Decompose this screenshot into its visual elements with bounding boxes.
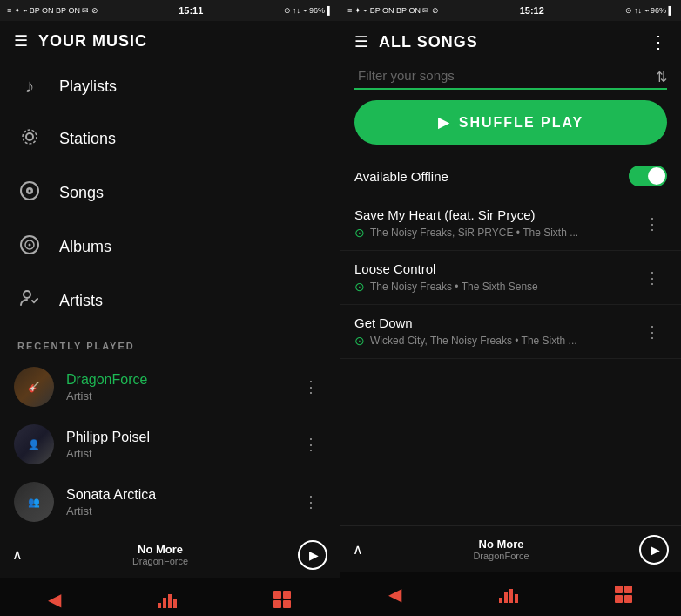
right-player-play[interactable]: ▶ bbox=[639, 535, 669, 565]
shuffle-play-button[interactable]: ▶ SHUFFLE PLAY bbox=[354, 100, 667, 145]
right-panel-title: ALL SONGS bbox=[379, 33, 478, 51]
recent-item-philipp[interactable]: 👤 Philipp Poisel Artist ⋮ bbox=[0, 416, 340, 473]
right-more-icon[interactable]: ⋮ bbox=[650, 31, 667, 52]
philipp-name: Philipp Poisel bbox=[66, 430, 284, 445]
sonata-name: Sonata Arctica bbox=[66, 487, 284, 503]
left-player-info: No More DragonForce bbox=[31, 543, 289, 566]
song-1-meta: ⊙ The Noisy Freaks • The Sixth Sense bbox=[354, 280, 637, 294]
song-2-title: Get Down bbox=[354, 315, 637, 330]
playlists-label: Playlists bbox=[59, 78, 117, 96]
wifi-icon: ⊙ ↑↓ ⌁ 96% ▌ bbox=[284, 6, 333, 15]
songs-icon bbox=[17, 180, 42, 206]
song-item-3[interactable]: Stellar ⊙ Aerion • xKito: Future Bass, V… bbox=[340, 359, 681, 362]
stations-label: Stations bbox=[59, 130, 116, 148]
left-bottom-nav: ◀ bbox=[0, 578, 340, 616]
left-bars-icon[interactable] bbox=[156, 591, 177, 608]
svg-rect-17 bbox=[499, 598, 502, 603]
song-2-meta: ⊙ Wicked City, The Noisy Freaks • The Si… bbox=[354, 334, 637, 348]
song-0-more[interactable]: ⋮ bbox=[637, 211, 667, 237]
search-bar: ⇅ bbox=[354, 63, 667, 90]
song-1-info: Loose Control ⊙ The Noisy Freaks • The S… bbox=[354, 261, 637, 294]
nav-item-stations[interactable]: Stations bbox=[0, 112, 340, 166]
song-1-more[interactable]: ⋮ bbox=[637, 265, 667, 291]
menu-icon[interactable]: ☰ bbox=[14, 31, 28, 51]
right-status-icons: ≡ ✦ ⌁ BP ON BP ON ✉ ⊘ bbox=[347, 6, 439, 15]
left-play-icon: ▶ bbox=[309, 548, 319, 562]
right-grid-icon[interactable] bbox=[614, 585, 633, 604]
svg-point-1 bbox=[23, 130, 37, 144]
svg-rect-23 bbox=[615, 595, 623, 603]
left-status-right: ⊙ ↑↓ ⌁ 96% ▌ bbox=[284, 6, 333, 15]
status-icons-left: ≡ ✦ ⌁ BP ON BP ON ✉ ⊘ bbox=[7, 6, 98, 15]
svg-rect-24 bbox=[624, 595, 632, 603]
svg-rect-22 bbox=[624, 586, 632, 593]
dragonforce-more[interactable]: ⋮ bbox=[296, 374, 326, 400]
recent-item-sonata[interactable]: 👥 Sonata Arctica Artist ⋮ bbox=[0, 473, 340, 531]
left-bottom-player: ∧ No More DragonForce ▶ bbox=[0, 531, 340, 578]
right-bottom-player: ∧ No More DragonForce ▶ bbox=[340, 525, 681, 572]
svg-rect-18 bbox=[504, 592, 508, 603]
albums-label: Albums bbox=[59, 238, 111, 256]
svg-point-0 bbox=[26, 133, 33, 140]
svg-point-7 bbox=[29, 244, 31, 247]
nav-item-albums[interactable]: Albums bbox=[0, 220, 340, 274]
left-panel: ≡ ✦ ⌁ BP ON BP ON ✉ ⊘ 15:11 ⊙ ↑↓ ⌁ 96% ▌… bbox=[0, 0, 340, 616]
right-status-icons-left: ≡ ✦ ⌁ BP ON BP ON ✉ ⊘ bbox=[347, 6, 439, 15]
svg-rect-12 bbox=[173, 599, 177, 608]
right-menu-icon[interactable]: ☰ bbox=[354, 32, 368, 51]
right-player-artist: DragonForce bbox=[372, 551, 630, 561]
recent-item-dragonforce[interactable]: 🎸 DragonForce Artist ⋮ bbox=[0, 358, 340, 416]
sonata-more[interactable]: ⋮ bbox=[296, 489, 326, 515]
song-1-title: Loose Control bbox=[354, 261, 637, 276]
svg-rect-19 bbox=[509, 589, 513, 603]
nav-item-songs[interactable]: Songs bbox=[0, 166, 340, 220]
left-player-chevron[interactable]: ∧ bbox=[12, 546, 23, 563]
search-input[interactable] bbox=[354, 63, 667, 90]
svg-rect-11 bbox=[168, 594, 172, 608]
right-status-right: ⊙ ↑↓ ⌁ 96% ▌ bbox=[625, 6, 674, 15]
philipp-thumb: 👤 bbox=[14, 424, 54, 464]
shuffle-play-label: SHUFFLE PLAY bbox=[459, 115, 583, 131]
filter-icon[interactable]: ⇅ bbox=[656, 68, 667, 85]
playlists-icon: ♪ bbox=[17, 75, 42, 98]
right-header: ☰ ALL SONGS ⋮ bbox=[340, 21, 681, 63]
download-icon-1: ⊙ bbox=[354, 280, 365, 294]
svg-rect-10 bbox=[163, 598, 166, 608]
offline-toggle[interactable] bbox=[629, 166, 667, 186]
right-player-song: No More bbox=[372, 538, 630, 551]
right-panel: ≡ ✦ ⌁ BP ON BP ON ✉ ⊘ 15:12 ⊙ ↑↓ ⌁ 96% ▌… bbox=[340, 0, 681, 616]
song-item-0[interactable]: Save My Heart (feat. Sir Pryce) ⊙ The No… bbox=[340, 197, 681, 251]
right-back-icon[interactable]: ◀ bbox=[388, 584, 401, 605]
left-panel-title: YOUR MUSIC bbox=[38, 32, 147, 51]
left-header: ☰ YOUR MUSIC bbox=[0, 21, 340, 61]
dragonforce-thumb: 🎸 bbox=[14, 367, 54, 407]
right-bars-icon[interactable] bbox=[497, 586, 518, 603]
song-item-2[interactable]: Get Down ⊙ Wicked City, The Noisy Freaks… bbox=[340, 305, 681, 359]
offline-row: Available Offline bbox=[340, 157, 681, 197]
svg-rect-13 bbox=[273, 591, 281, 599]
recently-played-label: RECENTLY PLAYED bbox=[0, 328, 340, 358]
philipp-more[interactable]: ⋮ bbox=[296, 431, 326, 457]
song-list: Save My Heart (feat. Sir Pryce) ⊙ The No… bbox=[340, 197, 681, 362]
download-icon-2: ⊙ bbox=[354, 334, 365, 348]
left-grid-icon[interactable] bbox=[273, 590, 292, 609]
left-back-icon[interactable]: ◀ bbox=[48, 589, 61, 610]
left-status-icons: ≡ ✦ ⌁ BP ON BP ON ✉ ⊘ bbox=[7, 6, 98, 15]
left-status-bar: ≡ ✦ ⌁ BP ON BP ON ✉ ⊘ 15:11 ⊙ ↑↓ ⌁ 96% ▌ bbox=[0, 0, 340, 21]
dragonforce-type: Artist bbox=[66, 389, 284, 403]
song-2-details: Wicked City, The Noisy Freaks • The Sixt… bbox=[370, 335, 577, 347]
left-player-play[interactable]: ▶ bbox=[298, 540, 327, 570]
song-item-1[interactable]: Loose Control ⊙ The Noisy Freaks • The S… bbox=[340, 251, 681, 305]
sonata-type: Artist bbox=[66, 504, 284, 518]
svg-rect-16 bbox=[283, 600, 291, 608]
svg-point-4 bbox=[29, 190, 31, 193]
song-2-more[interactable]: ⋮ bbox=[637, 319, 667, 345]
albums-icon bbox=[17, 234, 42, 260]
right-play-icon: ▶ bbox=[651, 543, 660, 557]
nav-item-artists[interactable]: Artists bbox=[0, 274, 340, 328]
svg-rect-9 bbox=[158, 603, 161, 608]
right-player-chevron[interactable]: ∧ bbox=[353, 541, 363, 558]
svg-rect-21 bbox=[615, 586, 623, 593]
song-1-details: The Noisy Freaks • The Sixth Sense bbox=[370, 281, 538, 293]
nav-item-playlists[interactable]: ♪ Playlists bbox=[0, 61, 340, 112]
